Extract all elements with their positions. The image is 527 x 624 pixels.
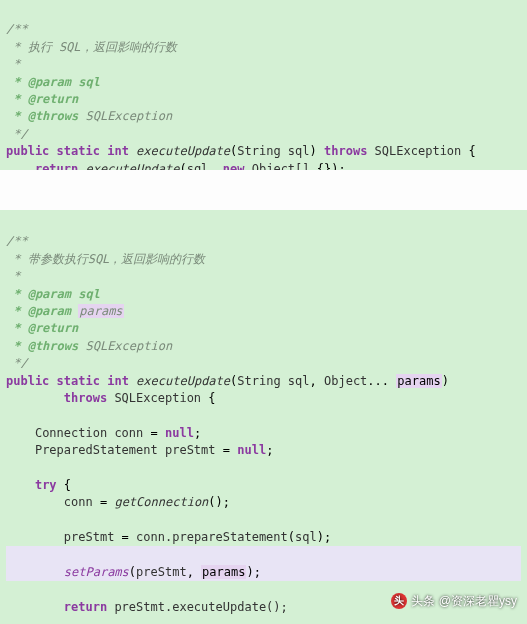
try-open: try { xyxy=(6,478,71,492)
decl-prestmt: PreparedStatement preStmt = null; xyxy=(6,443,273,457)
javadoc-blank: * xyxy=(6,57,20,71)
watermark-text: 头条 @资深老瞿ysy xyxy=(411,593,517,610)
return-statement: return executeUpdate(sql, new Object[] {… xyxy=(6,162,346,170)
gap xyxy=(0,170,527,210)
javadoc-open: /** xyxy=(6,234,28,248)
code-block-1: /** * 执行 SQL，返回影响的行数 * * @param sql * @r… xyxy=(0,0,527,170)
assign-conn: conn = getConnection(); xyxy=(6,495,230,509)
watermark-icon: 头 xyxy=(391,593,407,609)
javadoc-close: */ xyxy=(6,127,28,141)
return-line: return preStmt.executeUpdate(); xyxy=(6,600,288,614)
watermark: 头 头条 @资深老瞿ysy xyxy=(391,593,517,610)
javadoc-close: */ xyxy=(6,356,28,370)
decl-conn: Connection conn = null; xyxy=(6,426,201,440)
javadoc-param2: * @param params xyxy=(6,304,124,318)
javadoc-blank: * xyxy=(6,269,20,283)
highlighted-line: setParams(preStmt, params); xyxy=(6,546,521,581)
code-block-2: /** * 带参数执行SQL，返回影响的行数 * * @param sql * … xyxy=(0,210,527,624)
javadoc-param1: * @param sql xyxy=(6,287,100,301)
javadoc-open: /** xyxy=(6,22,28,36)
method-signature-line2: throws SQLException { xyxy=(6,391,216,405)
javadoc-return: * @return xyxy=(6,92,78,106)
javadoc-desc: * 执行 SQL，返回影响的行数 xyxy=(6,40,177,54)
javadoc-return: * @return xyxy=(6,321,78,335)
javadoc-desc: * 带参数执行SQL，返回影响的行数 xyxy=(6,252,205,266)
method-signature: public static int executeUpdate(String s… xyxy=(6,144,476,158)
method-signature-line1: public static int executeUpdate(String s… xyxy=(6,374,449,388)
javadoc-throws: * @throws SQLException xyxy=(6,109,172,123)
assign-prestmt: preStmt = conn.prepareStatement(sql); xyxy=(6,530,331,544)
javadoc-param: * @param sql xyxy=(6,75,100,89)
javadoc-throws: * @throws SQLException xyxy=(6,339,172,353)
